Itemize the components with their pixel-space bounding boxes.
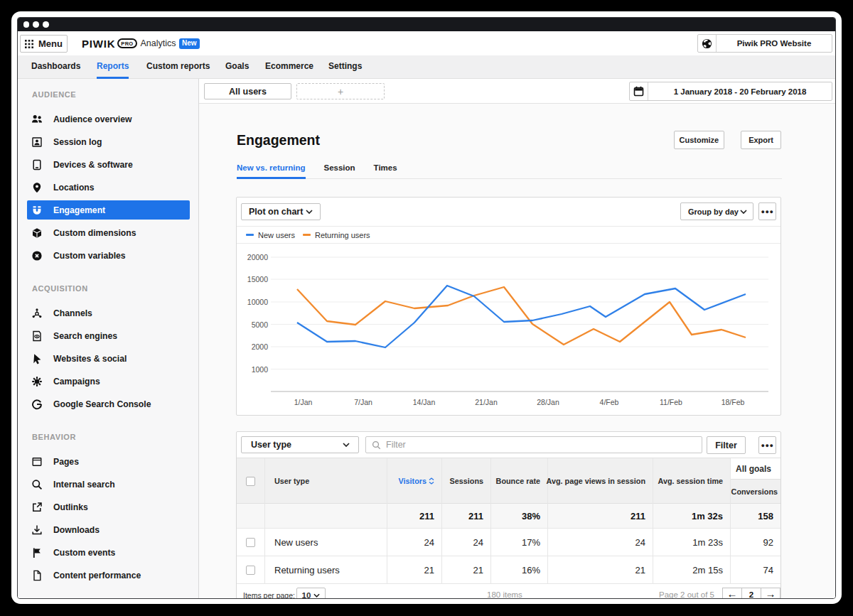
svg-text:11/Feb: 11/Feb [660,398,682,406]
svg-text:7/Jan: 7/Jan [354,398,372,406]
svg-text:21/Jan: 21/Jan [475,398,498,406]
svg-text:28/Jan: 28/Jan [537,398,559,406]
svg-text:10000: 10000 [247,298,268,306]
svg-text:15000: 15000 [247,275,268,283]
svg-text:14/Jan: 14/Jan [413,398,436,406]
svg-text:18/Feb: 18/Feb [721,398,745,406]
svg-text:5000: 5000 [252,320,269,329]
svg-text:1/Jan: 1/Jan [294,398,313,406]
svg-text:20000: 20000 [247,253,268,261]
svg-text:1000: 1000 [252,365,269,374]
svg-text:2000: 2000 [252,342,269,351]
svg-text:4/Feb: 4/Feb [600,398,619,406]
